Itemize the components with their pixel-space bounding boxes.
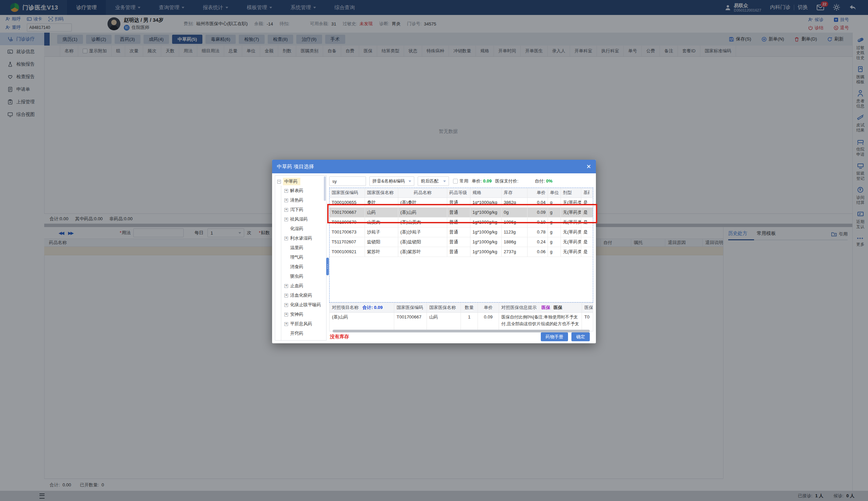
- expand-icon[interactable]: [284, 294, 288, 297]
- drug-table-header: 国家医保编码国家医保名称药品名称药品等级规格库存单价单位剂型基药: [330, 188, 593, 198]
- tree-item-category[interactable]: 消食药: [284, 262, 326, 271]
- highlight-annotation-box: [327, 204, 597, 223]
- expand-icon[interactable]: [284, 199, 288, 202]
- insurance-tag-2: 医保: [553, 305, 562, 310]
- expand-icon[interactable]: [284, 208, 288, 212]
- drug-column-header[interactable]: 规格: [470, 188, 502, 198]
- expand-icon[interactable]: [284, 237, 288, 240]
- dialog-title: 中草药 项目选择: [277, 163, 314, 170]
- detail-header: 对照项目名称 合计: 0.09 国家医保编码 国家医保名称 数量 单价 对照医保…: [330, 303, 593, 313]
- expand-icon[interactable]: [284, 284, 288, 288]
- tree-item-category[interactable]: 温里药: [284, 243, 326, 253]
- tree-item-category[interactable]: 平肝息风药: [284, 319, 326, 329]
- tree-table-splitter[interactable]: [326, 258, 329, 275]
- tree-item-category[interactable]: 安神药: [284, 310, 326, 319]
- chevron-down-icon: [443, 181, 446, 182]
- detail-price: 0.09: [478, 313, 499, 331]
- drug-column-header[interactable]: 单位: [548, 188, 561, 198]
- no-stock-warning: 没有库存: [330, 334, 349, 340]
- tree-item-category[interactable]: 化痰止咳平喘药: [284, 300, 326, 310]
- tree-item-category[interactable]: 解表药: [284, 186, 326, 195]
- detail-drug-name: (基)山药: [330, 313, 394, 331]
- expand-icon[interactable]: [284, 189, 288, 193]
- confirm-button[interactable]: 确定: [572, 332, 590, 341]
- selected-drug-detail: 对照项目名称 合计: 0.09 国家医保编码 国家医保名称 数量 单价 对照医保…: [329, 302, 593, 331]
- outpatient-doctor-app: 门诊医生V13 诊疗管理 业务管理 查询管理 报表统计 模板管理 系统管理 综合…: [0, 0, 868, 501]
- drug-column-header[interactable]: 剂型: [561, 188, 581, 198]
- chevron-down-icon: [408, 181, 411, 182]
- search-mode-select[interactable]: 拼音&名称&编码: [369, 177, 414, 186]
- drug-column-header[interactable]: 药品等级: [447, 188, 470, 198]
- tree-item-category[interactable]: 止血药: [284, 281, 326, 291]
- herbal-item-select-dialog: 中草药 项目选择 ✕ 中草药 解表药 清热药: [272, 160, 596, 343]
- category-tree: 中草药 解表药 清热药 泻下药: [275, 175, 326, 341]
- close-icon[interactable]: ✕: [586, 164, 591, 170]
- detail-ins-name: 山药: [427, 313, 461, 331]
- unit-price-value: 0.09: [483, 179, 491, 183]
- tree-item-category[interactable]: 理气药: [284, 253, 326, 262]
- self-pay-label: 自付:: [535, 179, 545, 183]
- detail-horizontal-scrollbar[interactable]: [333, 330, 590, 332]
- expand-icon[interactable]: [284, 313, 288, 317]
- drug-column-header[interactable]: 药品名称: [398, 188, 447, 198]
- search-input[interactable]: [329, 177, 366, 186]
- detail-qty: 1: [461, 313, 478, 331]
- self-pay-value: 0%: [546, 179, 552, 183]
- drug-column-header[interactable]: 单价: [527, 188, 548, 198]
- drug-column-header[interactable]: 国家医保编码: [330, 188, 365, 198]
- tree-item-category[interactable]: 泻下药: [284, 205, 326, 214]
- drug-row[interactable]: T000100921 紫苏叶 (基)紫苏叶 普通 1g*1000g/kg 273…: [330, 247, 593, 257]
- detail-code: T001700667: [394, 313, 427, 331]
- drug-row[interactable]: T001700673 沙苑子 (基)沙苑子 普通 1g*1000g/kg 112…: [330, 227, 593, 237]
- detail-cut: T0: [582, 313, 593, 331]
- match-mode-select[interactable]: 前后匹配: [418, 177, 449, 186]
- dialog-header[interactable]: 中草药 项目选择 ✕: [272, 160, 596, 173]
- drug-search-bar: 拼音&名称&编码 前后匹配 常用 单价: 0.09 医保支付价: 自付: 0%: [329, 176, 593, 186]
- collapse-icon[interactable]: [277, 180, 281, 183]
- common-filter-checkbox[interactable]: 常用: [453, 178, 468, 184]
- insurance-tag: 医保: [542, 305, 550, 310]
- tree-root-herbal[interactable]: 中草药: [277, 178, 326, 185]
- unit-price-label: 单价:: [472, 179, 482, 183]
- drug-manual-button[interactable]: 药物手册: [541, 332, 568, 341]
- insurance-hint: 医保自付比例0%[备注:单独使用时不予支付,且全部由这些饮片组成的处方也不予支: [499, 313, 582, 331]
- expand-icon[interactable]: [284, 322, 288, 326]
- tree-item-category[interactable]: 清热药: [284, 195, 326, 205]
- detail-row[interactable]: (基)山药 T001700667 山药 1 0.09 医保自付比例0%[备注:单…: [330, 313, 593, 331]
- drug-column-header[interactable]: 基药: [581, 188, 589, 198]
- tree-scrollbar[interactable]: [324, 177, 326, 201]
- expand-icon[interactable]: [284, 217, 288, 221]
- tree-item-category[interactable]: 驱虫药: [284, 271, 326, 281]
- dialog-footer: 没有库存 药物手册 确定: [272, 332, 596, 343]
- tree-item-category[interactable]: 利水渗湿药: [284, 234, 326, 243]
- tree-item-category[interactable]: 活血化瘀药: [284, 291, 326, 300]
- detail-total: 0.09: [374, 305, 383, 310]
- expand-icon[interactable]: [284, 303, 288, 307]
- drug-column-header[interactable]: 国家医保名称: [365, 188, 398, 198]
- drug-column-header[interactable]: 库存: [502, 188, 527, 198]
- insurance-price-label: 医保支付价:: [495, 178, 519, 184]
- checkbox-icon: [453, 179, 458, 183]
- tree-item-category[interactable]: 化湿药: [284, 224, 326, 234]
- tree-item-category[interactable]: 祛风湿药: [284, 214, 326, 224]
- drug-row[interactable]: T511702607 盐锁阳 (基)盐锁阳 普通 1g*1000g/kg 188…: [330, 237, 593, 247]
